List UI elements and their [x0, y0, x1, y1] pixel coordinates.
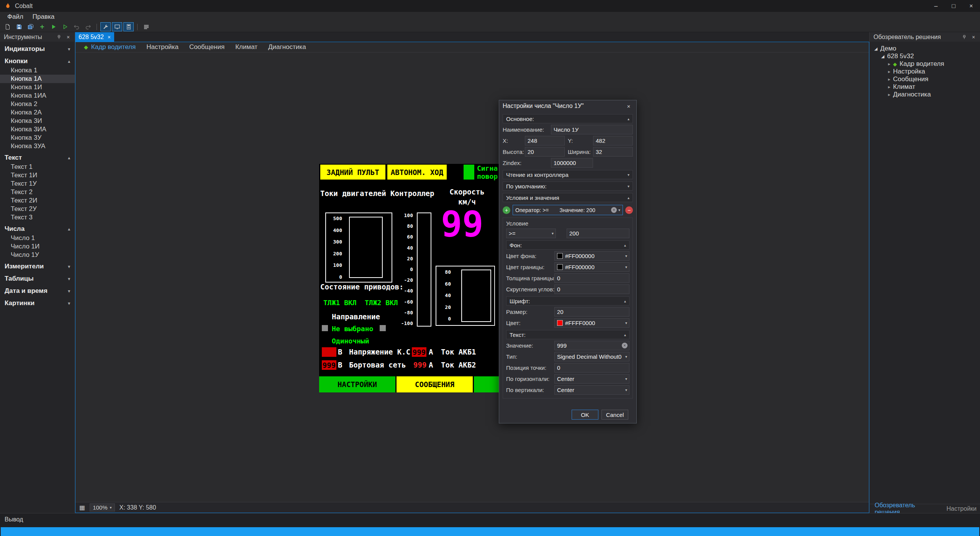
hmi-button-settings[interactable]: НАСТРОЙКИ	[319, 376, 395, 392]
tool-item[interactable]: Число 1И	[0, 242, 75, 251]
redo-icon[interactable]	[83, 22, 93, 31]
hmi-number-onboard-net[interactable]: 999	[322, 360, 336, 370]
dialog-close-icon[interactable]: ×	[624, 103, 633, 109]
hmi-button-autonomous-run[interactable]: АВТОНОМ. ХОД	[387, 165, 447, 180]
document-tab[interactable]: 628 5v32 ×	[75, 32, 114, 42]
operator-select[interactable]: >= ▾	[506, 229, 556, 238]
tree-expanded-icon[interactable]: ◢	[874, 46, 877, 51]
height-field[interactable]	[525, 147, 565, 157]
section-main[interactable]: Основное: ▴	[503, 114, 633, 123]
pin-icon[interactable]	[961, 34, 968, 41]
horizontal-align-select[interactable]: Center ▾	[554, 374, 629, 384]
tool-item[interactable]: Кнопка 2А	[0, 108, 75, 117]
clear-value-icon[interactable]: ×	[622, 343, 628, 348]
value-field[interactable]	[554, 341, 629, 350]
tree-collapsed-icon[interactable]: ▸	[888, 84, 890, 90]
menu-edit[interactable]: Правка	[28, 12, 59, 21]
bg-color-select[interactable]: #FF000000 ▾	[554, 251, 629, 261]
section-controller-read[interactable]: Чтение из контроллера ▾	[503, 170, 633, 179]
tree-collapsed-icon[interactable]: ▸	[888, 69, 890, 74]
condition-value-field[interactable]	[567, 229, 629, 238]
menu-file[interactable]: Файл	[3, 12, 28, 21]
section-header-buttons[interactable]: Кнопки ▴	[0, 56, 75, 66]
tool-item[interactable]: Текст 2И	[0, 196, 75, 205]
section-text[interactable]: Текст: ▴	[506, 330, 629, 339]
tree-node-climate[interactable]: ▸ Климат	[870, 83, 980, 91]
hmi-button-messages[interactable]: СООБЩЕНИЯ	[397, 376, 473, 392]
type-select[interactable]: Signed Decimal Without0 ▾	[554, 352, 629, 361]
subtab-driver-frame[interactable]: ◆ Кадр водителя	[79, 42, 141, 52]
tool-item[interactable]: Текст 2У	[0, 205, 75, 213]
corner-radius-field[interactable]	[554, 284, 629, 294]
section-header-tables[interactable]: Таблицы ▾	[0, 274, 75, 284]
close-panel-icon[interactable]: ×	[65, 34, 72, 41]
point-position-field[interactable]	[554, 363, 629, 373]
screen-icon[interactable]	[112, 22, 122, 31]
save-icon[interactable]	[14, 22, 24, 31]
tool-item[interactable]: Кнопка 2	[0, 100, 75, 108]
close-panel-icon[interactable]: ×	[970, 34, 977, 41]
section-header-text[interactable]: Текст ▴	[0, 153, 75, 163]
close-button[interactable]: ×	[962, 0, 980, 12]
section-header-pictures[interactable]: Картинки ▾	[0, 298, 75, 308]
tool-item[interactable]: Кнопка 1	[0, 66, 75, 75]
remove-condition-button[interactable]: −	[625, 206, 633, 214]
section-header-datetime[interactable]: Дата и время ▾	[0, 286, 75, 296]
tree-collapsed-icon[interactable]: ▸	[888, 77, 890, 82]
tree-node-messages[interactable]: ▸ Сообщения	[870, 75, 980, 83]
subtab-climate[interactable]: Климат	[230, 42, 263, 52]
condition-item[interactable]: Оператор: >= Значение: 200 × ▾	[513, 205, 623, 215]
save-all-icon[interactable]	[25, 22, 36, 31]
add-icon[interactable]	[37, 22, 47, 31]
tools-icon[interactable]	[100, 22, 111, 31]
hmi-number-1u-selected[interactable]: 999	[412, 347, 426, 357]
tool-item[interactable]: Кнопка 3ИА	[0, 125, 75, 134]
border-color-select[interactable]: #FF000000 ▾	[554, 262, 629, 272]
tree-node-diagnostics[interactable]: ▸ Диагностика	[870, 91, 980, 98]
tool-item[interactable]: Текст 1У	[0, 180, 75, 188]
tool-item[interactable]: Кнопка 3И	[0, 117, 75, 125]
subtab-diagnostics[interactable]: Диагностика	[263, 42, 311, 52]
tree-node-demo[interactable]: ◢ Демо	[870, 45, 980, 52]
tree-node-settings[interactable]: ▸ Настройка	[870, 68, 980, 75]
run-icon[interactable]	[48, 22, 59, 31]
section-background[interactable]: Фон: ▴	[506, 240, 629, 250]
ok-button[interactable]: OK	[572, 410, 598, 420]
tool-item[interactable]: Текст 3	[0, 213, 75, 222]
output-panel-title[interactable]: Вывод	[5, 516, 23, 523]
tree-collapsed-icon[interactable]: ▸	[888, 61, 890, 67]
run-outline-icon[interactable]	[60, 22, 70, 31]
add-condition-button[interactable]: +	[503, 206, 510, 214]
tree-node-driver-frame[interactable]: ▸ ◆ Кадр водителя	[870, 60, 980, 68]
name-field[interactable]	[551, 125, 633, 134]
pin-icon[interactable]	[56, 34, 62, 41]
clear-condition-icon[interactable]: ×	[611, 207, 617, 213]
subtab-messages[interactable]: Сообщения	[184, 42, 230, 52]
tool-item[interactable]: Текст 1	[0, 163, 75, 171]
tool-item[interactable]: Текст 2	[0, 188, 75, 196]
zoom-select[interactable]: 100% ▾	[90, 503, 115, 511]
tool-item[interactable]: Кнопка 1И	[0, 83, 75, 92]
tab-solution-explorer[interactable]: Обозреватель решения	[871, 502, 942, 513]
hmi-checkbox-left[interactable]	[322, 325, 328, 331]
subtab-settings[interactable]: Настройка	[141, 42, 184, 52]
section-header-indicators[interactable]: Индикаторы ▾	[0, 44, 75, 54]
tool-item[interactable]: Кнопка 3УА	[0, 142, 75, 150]
new-file-icon[interactable]	[2, 22, 13, 31]
tool-item[interactable]: Число 1У	[0, 251, 75, 259]
zindex-field[interactable]	[551, 158, 593, 168]
grid-toggle-icon[interactable]: ▦	[79, 504, 85, 511]
section-default[interactable]: По умолчанию: ▾	[503, 181, 633, 191]
calculator-icon[interactable]	[123, 22, 134, 31]
section-header-numbers[interactable]: Числа ▴	[0, 224, 75, 234]
width-field[interactable]	[593, 147, 633, 157]
y-field[interactable]	[593, 136, 633, 145]
font-size-field[interactable]	[554, 307, 629, 317]
tree-expanded-icon[interactable]: ◢	[881, 54, 884, 59]
minimize-button[interactable]: –	[927, 0, 945, 12]
dialog-titlebar[interactable]: Настройки числа "Число 1У" ×	[499, 100, 636, 112]
x-field[interactable]	[525, 136, 565, 145]
section-conditions[interactable]: Условия и значения ▴	[503, 193, 633, 202]
hmi-button-rear-panel[interactable]: ЗАДНИЙ ПУЛЬТ	[320, 165, 385, 180]
tab-close-icon[interactable]: ×	[108, 34, 111, 40]
